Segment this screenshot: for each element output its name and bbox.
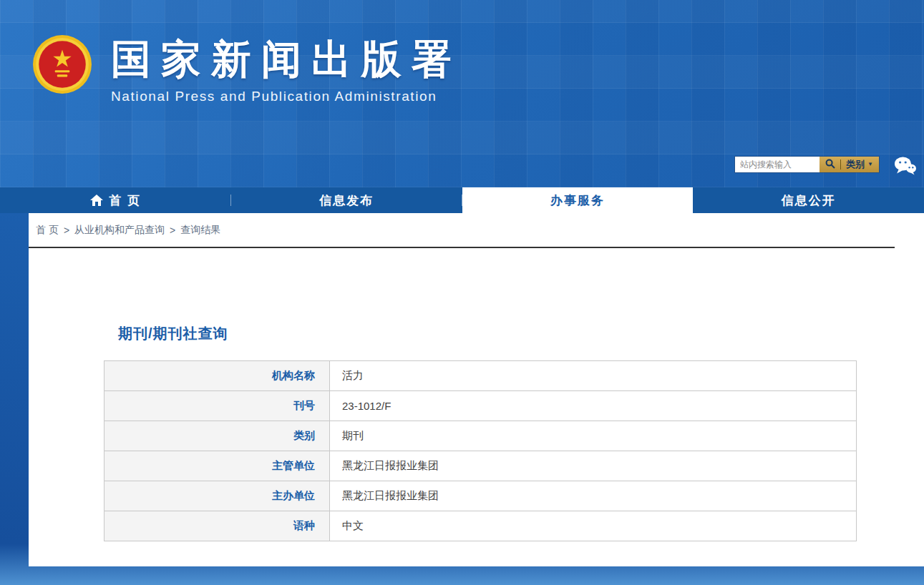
- row-value: 23-1012/F: [330, 391, 857, 421]
- page-title: 期刊/期刊社查询: [118, 324, 924, 343]
- breadcrumb-query-section[interactable]: 从业机构和产品查询: [74, 224, 165, 237]
- row-value: 中文: [330, 511, 857, 541]
- breadcrumb-current: 查询结果: [180, 224, 220, 237]
- row-value: 活力: [330, 361, 857, 391]
- home-icon: [90, 195, 103, 206]
- nav-item-info-disclosure[interactable]: 信息公开: [693, 187, 924, 213]
- site-header: 国家新闻出版署 National Press and Publication A…: [0, 0, 924, 187]
- nav-item-label: 信息公开: [782, 192, 836, 209]
- row-label: 机构名称: [104, 361, 330, 391]
- site-subtitle: National Press and Publication Administr…: [111, 89, 462, 104]
- search-divider: [840, 159, 841, 169]
- breadcrumb-home[interactable]: 首 页: [36, 224, 59, 237]
- search-icon: [825, 159, 835, 171]
- nav-item-label: 办事服务: [550, 192, 605, 209]
- brand-titles: 国家新闻出版署 National Press and Publication A…: [111, 34, 462, 104]
- breadcrumb-separator: >: [170, 225, 175, 236]
- site-title: 国家新闻出版署: [111, 37, 462, 82]
- row-value: 黑龙江日报报业集团: [330, 481, 857, 511]
- chevron-down-icon: ▼: [867, 162, 873, 167]
- table-row: 主管单位 黑龙江日报报业集团: [104, 451, 857, 481]
- row-label: 类别: [104, 421, 330, 451]
- site-logo[interactable]: 国家新闻出版署 National Press and Publication A…: [32, 34, 462, 104]
- row-label: 语种: [104, 511, 330, 541]
- main-nav: 首 页 信息发布 办事服务 信息公开: [0, 187, 924, 213]
- site-search: 类别 ▼: [734, 156, 880, 173]
- search-button[interactable]: [825, 159, 835, 171]
- nav-item-services[interactable]: 办事服务: [462, 187, 694, 213]
- table-row: 刊号 23-1012/F: [104, 391, 857, 421]
- table-row: 类别 期刊: [104, 421, 857, 451]
- search-controls: 类别 ▼: [820, 157, 879, 172]
- main-body: 期刊/期刊社查询 机构名称 活力 刊号 23-1012/F 类别 期刊 主管单位…: [29, 248, 924, 541]
- nav-item-info-release[interactable]: 信息发布: [231, 187, 462, 213]
- wechat-icon[interactable]: [894, 156, 917, 179]
- row-value: 期刊: [330, 421, 857, 451]
- nav-item-home[interactable]: 首 页: [0, 187, 231, 213]
- nav-item-label: 信息发布: [319, 192, 374, 209]
- result-table: 机构名称 活力 刊号 23-1012/F 类别 期刊 主管单位 黑龙江日报报业集…: [104, 360, 857, 541]
- table-row: 主办单位 黑龙江日报报业集团: [104, 481, 857, 511]
- table-row: 机构名称 活力: [104, 361, 857, 391]
- category-label: 类别: [846, 158, 865, 171]
- content-area: 首 页 > 从业机构和产品查询 > 查询结果 期刊/期刊社查询 机构名称 活力 …: [29, 213, 924, 566]
- row-label: 主管单位: [104, 451, 330, 481]
- search-category-dropdown[interactable]: 类别 ▼: [846, 158, 873, 171]
- row-label: 主办单位: [104, 481, 330, 511]
- breadcrumb: 首 页 > 从业机构和产品查询 > 查询结果: [29, 213, 895, 248]
- row-value: 黑龙江日报报业集团: [330, 451, 857, 481]
- national-emblem-icon: [32, 34, 92, 94]
- breadcrumb-separator: >: [64, 225, 69, 236]
- nav-item-label: 首 页: [110, 192, 142, 209]
- table-row: 语种 中文: [104, 511, 857, 541]
- search-input[interactable]: [735, 157, 820, 172]
- row-label: 刊号: [104, 391, 330, 421]
